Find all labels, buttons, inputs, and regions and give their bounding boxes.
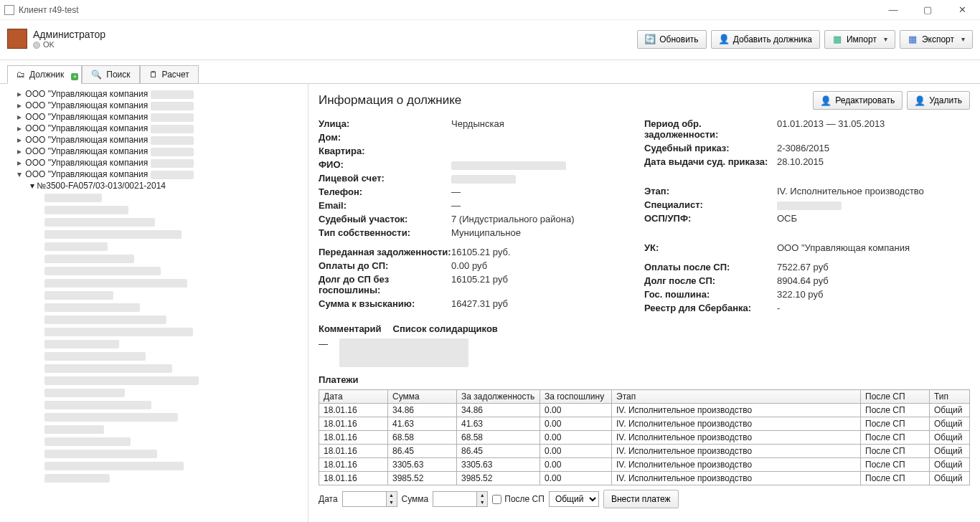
tree-company-item[interactable]: ▸ ООО "Управляющая компания <box>3 134 305 146</box>
tree-sub-item[interactable] <box>3 423 305 435</box>
tree-company-item[interactable]: ▸ ООО "Управляющая компания <box>3 146 305 157</box>
tree-sub-item[interactable] <box>3 240 305 252</box>
spin-down-icon[interactable]: ▼ <box>387 499 397 506</box>
edit-button[interactable]: 👤 Редактировать <box>813 91 903 110</box>
export-button[interactable]: ▦ Экспорт ▾ <box>900 30 973 49</box>
spin-up-icon[interactable]: ▲ <box>387 492 397 499</box>
add-debtor-button[interactable]: 👤 Добавить должника <box>711 30 820 49</box>
tree-arrow-icon: ▾ <box>16 169 23 179</box>
tree-sub-item[interactable] <box>3 301 305 313</box>
close-button[interactable]: ✕ <box>951 4 973 15</box>
tree-sub-item[interactable] <box>3 204 305 216</box>
col-aftersp[interactable]: После СП <box>861 390 930 404</box>
toolbar: Администратор OK 🔄 Обновить 👤 Добавить д… <box>0 20 980 60</box>
table-row[interactable]: 18.01.1641.6341.630.00IV. Исполнительное… <box>319 417 970 431</box>
tree-sub-item[interactable] <box>3 252 305 265</box>
tree-sub-item[interactable] <box>3 447 305 460</box>
tree-sub-item[interactable] <box>3 362 305 374</box>
cell-after_sp: После СП <box>861 445 930 458</box>
phone-label: Телефон: <box>319 186 451 197</box>
date-spinner[interactable]: ▲▼ <box>342 491 397 507</box>
court-value: 7 (Индустриального района) <box>451 214 575 224</box>
tree-sub-item[interactable] <box>3 350 305 362</box>
plus-badge-icon: + <box>71 73 78 80</box>
tree-company-item[interactable]: ▸ ООО "Управляющая компания <box>3 157 305 169</box>
cell-sum: 86.45 <box>388 445 457 458</box>
tree-sub-item[interactable] <box>3 460 305 472</box>
delete-button[interactable]: 👤 Удалить <box>907 91 970 110</box>
spin-up-icon[interactable]: ▲ <box>477 492 487 499</box>
maximize-button[interactable]: ▢ <box>917 4 938 15</box>
table-row[interactable]: 18.01.163985.523985.520.00IV. Исполнител… <box>319 472 970 485</box>
tree-sub-item[interactable] <box>3 386 305 399</box>
table-row[interactable]: 18.01.1686.4586.450.00IV. Исполнительное… <box>319 445 970 458</box>
period-value: 01.01.2013 — 31.05.2013 <box>777 118 885 140</box>
tree-company-item[interactable]: ▾ ООО "Управляющая компания <box>3 169 305 180</box>
cell-after_sp: После СП <box>861 417 930 431</box>
after-sp-checkbox-input[interactable] <box>492 495 501 504</box>
tree-company-item[interactable]: ▸ ООО "Управляющая компания <box>3 100 305 111</box>
after-sp-checkbox[interactable]: После СП <box>492 494 545 504</box>
debt-after-value: 8904.64 руб <box>777 275 829 286</box>
tree-sub-item[interactable] <box>3 265 305 277</box>
sber-value: - <box>777 303 780 313</box>
tree-sub-item[interactable] <box>3 374 305 386</box>
tree-sub-item[interactable] <box>3 411 305 423</box>
type-select[interactable]: Общий <box>549 491 599 507</box>
tree-sub-item[interactable] <box>3 338 305 350</box>
submit-payment-label: Внести платеж <box>611 494 671 504</box>
submit-payment-button[interactable]: Внести платеж <box>603 490 679 508</box>
pay-before-label: Оплаты до СП: <box>319 260 451 271</box>
export-icon: ▦ <box>908 34 918 44</box>
col-sum[interactable]: Сумма <box>388 390 457 404</box>
tree-sub-item[interactable] <box>3 435 305 447</box>
tree-case-item[interactable]: ▾ №3500-FA057/03-013/0021-2014 <box>3 180 305 191</box>
tree-sub-item[interactable] <box>3 289 305 301</box>
col-type[interactable]: Тип <box>930 390 970 404</box>
tree-sub-item[interactable] <box>3 277 305 289</box>
tree-sub-item[interactable] <box>3 472 305 484</box>
tree-company-item[interactable]: ▸ ООО "Управляющая компания <box>3 88 305 100</box>
cell-type: Общий <box>930 417 970 431</box>
cell-fee: 0.00 <box>540 458 612 472</box>
tree-sub-item[interactable] <box>3 313 305 326</box>
tree-sub-item[interactable] <box>3 326 305 338</box>
tab-search[interactable]: 🔍 Поиск <box>82 65 139 84</box>
import-icon: ▦ <box>832 34 842 44</box>
col-debt[interactable]: За задолженность <box>457 390 540 404</box>
table-row[interactable]: 18.01.1668.5868.580.00IV. Исполнительное… <box>319 431 970 445</box>
sidebar-tree[interactable]: ▸ ООО "Управляющая компания ▸ ООО "Управ… <box>0 84 308 522</box>
sum-spinner[interactable]: ▲▼ <box>433 491 488 507</box>
email-label: Email: <box>319 200 451 211</box>
minimize-button[interactable]: — <box>882 4 904 15</box>
col-fee[interactable]: За госпошлину <box>540 390 612 404</box>
tree-arrow-icon: ▸ <box>16 146 23 156</box>
tree-company-item[interactable]: ▸ ООО "Управляющая компания <box>3 111 305 123</box>
table-row[interactable]: 18.01.163305.633305.630.00IV. Исполнител… <box>319 458 970 472</box>
tree-sub-item[interactable] <box>3 228 305 240</box>
footer-sum-label: Сумма <box>402 494 429 504</box>
cell-date: 18.01.16 <box>319 445 388 458</box>
table-row[interactable]: 18.01.1634.8634.860.00IV. Исполнительное… <box>319 404 970 417</box>
tab-calc[interactable]: 🗒 Расчет <box>140 65 199 84</box>
tree-sub-item[interactable] <box>3 216 305 228</box>
cell-fee: 0.00 <box>540 404 612 417</box>
payments-footer: Дата ▲▼ Сумма ▲▼ После СП Общий <box>319 490 970 508</box>
import-button[interactable]: ▦ Импорт ▾ <box>824 30 895 49</box>
refresh-button[interactable]: 🔄 Обновить <box>637 30 706 49</box>
col-stage[interactable]: Этап <box>612 390 861 404</box>
cell-sum: 34.86 <box>388 404 457 417</box>
tree-company-item[interactable]: ▸ ООО "Управляющая компания <box>3 123 305 134</box>
cell-debt: 3985.52 <box>457 472 540 485</box>
cell-type: Общий <box>930 445 970 458</box>
user-avatar-icon <box>7 29 27 49</box>
col-date[interactable]: Дата <box>319 390 388 404</box>
tree-sub-item[interactable] <box>3 191 305 204</box>
sum-input[interactable] <box>433 492 476 506</box>
cell-type: Общий <box>930 472 970 485</box>
cell-debt: 86.45 <box>457 445 540 458</box>
date-input[interactable] <box>343 492 386 506</box>
tree-sub-item[interactable] <box>3 399 305 411</box>
tab-debtor[interactable]: 🗂 Должник + <box>7 65 82 84</box>
spin-down-icon[interactable]: ▼ <box>477 499 487 506</box>
